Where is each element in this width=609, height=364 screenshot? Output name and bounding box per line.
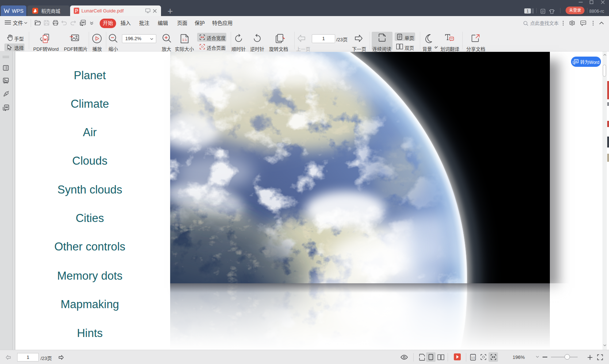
svg-text:1:1: 1:1 <box>182 38 187 42</box>
svg-text:1:1: 1:1 <box>471 356 475 359</box>
